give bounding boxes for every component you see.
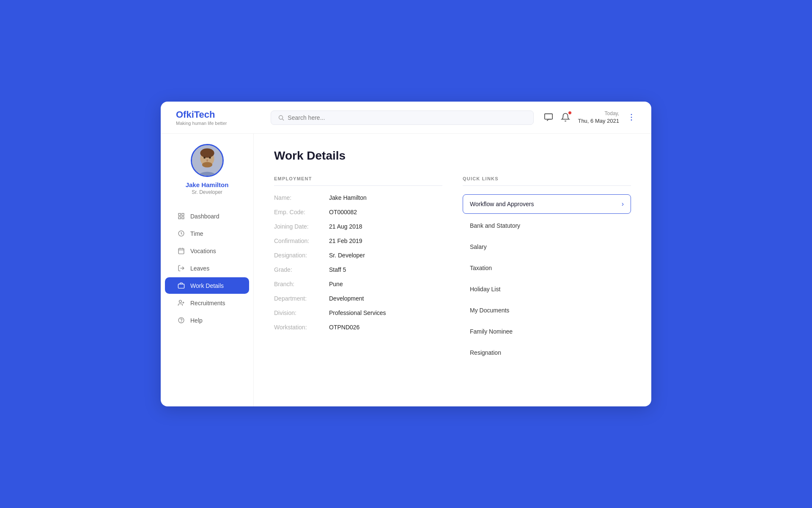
svg-point-5	[631, 120, 632, 121]
more-vertical-icon	[627, 113, 636, 122]
svg-line-1	[283, 119, 284, 120]
employment-section: EMPLOYMENT Name: Jake Hamilton Emp. Code…	[274, 176, 442, 364]
nav-label-help: Help	[190, 317, 203, 324]
field-grade: Grade: Staff 5	[274, 266, 442, 273]
nav-label-dashboard: Dashboard	[190, 213, 219, 220]
quick-link-label-holiday: Holiday List	[470, 286, 500, 293]
svg-point-10	[202, 162, 212, 168]
quick-link-resignation[interactable]: Resignation	[463, 343, 631, 362]
nav-label-work-details: Work Details	[190, 282, 224, 289]
user-name: Jake Hamilton	[186, 181, 229, 188]
app-window: OfkiTech Making human life better	[161, 102, 651, 406]
quick-link-bank[interactable]: Bank and Statutory	[463, 216, 631, 235]
svg-rect-24	[178, 284, 184, 288]
field-branch: Branch: Pune	[274, 281, 442, 287]
chevron-right-icon: ›	[622, 200, 624, 208]
quick-link-family[interactable]: Family Nominee	[463, 322, 631, 341]
logo-brand: Ofki	[176, 109, 194, 120]
avatar	[191, 144, 224, 177]
sidebar-item-recruitments[interactable]: Recruitments	[165, 295, 249, 311]
sidebar-item-work-details[interactable]: Work Details	[165, 277, 249, 294]
sidebar-item-dashboard[interactable]: Dashboard	[165, 208, 249, 224]
header-date: Today, Thu, 6 May 2021	[578, 110, 619, 125]
svg-rect-19	[178, 248, 184, 254]
label-joining-date: Joining Date:	[274, 223, 329, 230]
quick-link-holiday[interactable]: Holiday List	[463, 280, 631, 298]
value-workstation: OTPND026	[329, 324, 359, 331]
quick-links-title: QUICK LINKS	[463, 176, 631, 186]
user-role: Sr. Developer	[192, 189, 222, 195]
sidebar-item-help[interactable]: Help	[165, 312, 249, 329]
leave-icon	[177, 265, 185, 272]
calendar-icon	[177, 247, 185, 254]
field-confirmation: Confirmation: 21 Feb 2019	[274, 237, 442, 244]
quick-link-workflow[interactable]: Workflow and Approvers ›	[463, 194, 631, 214]
header: OfkiTech Making human life better	[161, 102, 651, 134]
svg-point-29	[181, 322, 181, 322]
employment-section-title: EMPLOYMENT	[274, 176, 442, 186]
messages-button[interactable]	[544, 113, 553, 122]
value-joining-date: 21 Aug 2018	[329, 223, 362, 230]
svg-point-13	[206, 159, 208, 162]
quick-link-salary[interactable]: Salary	[463, 237, 631, 256]
svg-rect-14	[178, 213, 181, 215]
grid-icon	[177, 213, 185, 220]
quick-link-label-resignation: Resignation	[470, 349, 501, 356]
svg-rect-15	[181, 213, 184, 215]
nav-label-time: Time	[190, 230, 203, 237]
notification-badge	[568, 111, 572, 115]
sidebar-item-vocations[interactable]: Vocations	[165, 243, 249, 259]
search-input[interactable]	[288, 114, 527, 121]
svg-point-3	[631, 114, 632, 116]
search-icon	[278, 114, 284, 121]
sidebar-item-leaves[interactable]: Leaves	[165, 260, 249, 276]
page-title: Work Details	[274, 149, 631, 163]
notifications-button[interactable]	[561, 113, 570, 122]
today-label: Today,	[578, 110, 619, 117]
quick-link-taxation[interactable]: Taxation	[463, 259, 631, 277]
avatar-section: Jake Hamilton Sr. Developer	[186, 144, 229, 195]
svg-rect-2	[545, 114, 552, 119]
quick-link-documents[interactable]: My Documents	[463, 301, 631, 320]
content-grid: EMPLOYMENT Name: Jake Hamilton Emp. Code…	[274, 176, 631, 364]
label-department: Department:	[274, 295, 329, 302]
search-bar[interactable]	[271, 110, 534, 125]
header-actions: Today, Thu, 6 May 2021	[544, 110, 636, 125]
main-content: Work Details EMPLOYMENT Name: Jake Hamil…	[254, 134, 651, 406]
value-designation: Sr. Developer	[329, 252, 365, 259]
value-confirmation: 21 Feb 2019	[329, 237, 362, 244]
quick-link-label-documents: My Documents	[470, 307, 509, 314]
value-grade: Staff 5	[329, 266, 346, 273]
sidebar: Jake Hamilton Sr. Developer Dashboard	[161, 134, 254, 406]
quick-link-label-bank: Bank and Statutory	[470, 222, 520, 229]
value-department: Development	[329, 295, 364, 302]
sidebar-item-time[interactable]: Time	[165, 225, 249, 242]
quick-link-label-taxation: Taxation	[470, 265, 492, 271]
logo: OfkiTech Making human life better	[176, 109, 261, 126]
quick-link-label-workflow: Workflow and Approvers	[470, 201, 534, 207]
svg-rect-17	[181, 217, 184, 219]
field-division: Division: Professional Services	[274, 309, 442, 316]
quick-links-section: QUICK LINKS Workflow and Approvers › Ban…	[463, 176, 631, 364]
logo-text: OfkiTech	[176, 109, 261, 120]
nav-label-leaves: Leaves	[190, 265, 209, 272]
label-designation: Designation:	[274, 252, 329, 259]
label-emp-code: Emp. Code:	[274, 209, 329, 215]
field-name: Name: Jake Hamilton	[274, 194, 442, 201]
field-designation: Designation: Sr. Developer	[274, 252, 442, 259]
more-menu-button[interactable]	[627, 113, 636, 122]
field-emp-code: Emp. Code: OT000082	[274, 209, 442, 215]
label-grade: Grade:	[274, 266, 329, 273]
svg-point-4	[631, 117, 632, 118]
nav-label-vocations: Vocations	[190, 248, 216, 254]
svg-rect-16	[178, 217, 181, 219]
value-emp-code: OT000082	[329, 209, 357, 215]
label-confirmation: Confirmation:	[274, 237, 329, 244]
chat-icon	[544, 113, 553, 122]
label-division: Division:	[274, 309, 329, 316]
quick-link-label-family: Family Nominee	[470, 328, 513, 335]
field-workstation: Workstation: OTPND026	[274, 324, 442, 331]
svg-point-12	[209, 157, 211, 159]
person-add-icon	[177, 299, 185, 306]
help-icon	[177, 317, 185, 324]
